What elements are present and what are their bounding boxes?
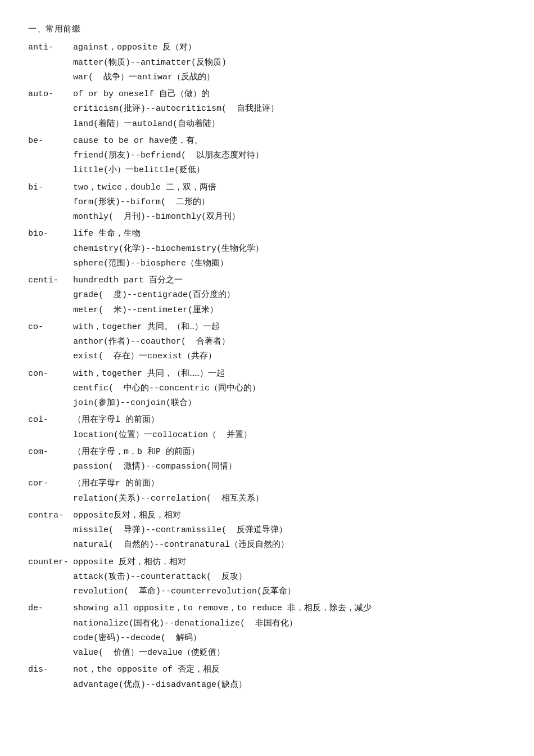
prefix-entry: bio- life 生命，生物chemistry(化学)--biochemist… (28, 227, 506, 271)
prefix-header: be-cause to be or have使，有。 (28, 134, 506, 148)
prefix-meaning: （用在字母l 的前面） (73, 413, 506, 428)
example-line: anthor(作者)--coauthor( 合著者） (73, 335, 506, 349)
prefix-header: con- with，together 共同，（和……）一起 (28, 367, 506, 381)
prefix-meaning: two，twice，double 二，双，两倍 (73, 181, 506, 195)
prefix-header: counter- opposite 反对，相仿，相对 (28, 555, 506, 570)
prefix-examples: form(形状)--biform( 二形的）monthly( 月刊)--bimo… (28, 195, 506, 225)
prefix-examples: advantage(优点)--disadvantage(缺点） (28, 678, 506, 692)
prefix-header: anti-against，opposite 反（对） (28, 40, 506, 55)
prefix-name: con- (28, 367, 73, 381)
example-line: join(参加)--conjoin(联合） (73, 396, 506, 411)
prefix-name: dis- (28, 663, 73, 677)
example-line: friend(朋友)--befriend( 以朋友态度对待） (73, 148, 506, 163)
main-content: 一、常用前缀 anti-against，opposite 反（对）matter(… (28, 22, 506, 692)
prefix-header: de- showing all opposite，to remove，to re… (28, 601, 506, 616)
prefix-examples: friend(朋友)--befriend( 以朋友态度对待）little(小）一… (28, 148, 506, 178)
prefix-examples: nationalize(国有化)--denationalize( 非国有化）co… (28, 616, 506, 661)
prefix-entry: dis- not，the opposite of 否定，相反advantage(… (28, 663, 506, 692)
example-line: war( 战争）一antiwar（反战的） (73, 70, 506, 85)
prefix-examples: anthor(作者)--coauthor( 合著者）exist( 存在）一coe… (28, 335, 506, 364)
prefix-entry: con- with，together 共同，（和……）一起centfic( 中心… (28, 367, 506, 411)
prefix-header: centi- hundredth part 百分之一 (28, 273, 506, 288)
example-line: centfic( 中心的--concentric（同中心的） (73, 381, 506, 396)
prefix-examples: criticism(批评)--autocriticism( 自我批评）land(… (28, 102, 506, 132)
prefix-entry: de- showing all opposite，to remove，to re… (28, 601, 506, 660)
prefix-examples: location(位置）一collocation（ 并置） (28, 428, 506, 443)
prefix-entry: be-cause to be or have使，有。friend(朋友)--be… (28, 134, 506, 178)
prefix-name: com- (28, 445, 73, 460)
prefix-examples: relation(关系)--correlation( 相互关系） (28, 492, 506, 506)
prefix-header: cor- （用在字母r 的前面） (28, 476, 506, 491)
prefix-examples: passion( 激情)--compassion(同情） (28, 460, 506, 474)
prefix-meaning: （用在字母r 的前面） (73, 476, 506, 491)
example-line: passion( 激情)--compassion(同情） (73, 460, 506, 474)
example-line: meter( 米)--centimeter(厘米） (73, 303, 506, 318)
prefix-name: col- (28, 413, 73, 428)
prefix-name: co- (28, 320, 73, 335)
prefix-header: com- （用在字母，m，b 和P 的前面） (28, 445, 506, 460)
example-line: attack(攻击)--counterattack( 反攻） (73, 570, 506, 584)
prefix-meaning: with，together 共同。（和…）一起 (73, 320, 506, 335)
prefix-examples: missile( 导弹)--contramissile( 反弹道导弹）natur… (28, 523, 506, 553)
example-line: revolution( 革命)--counterrevolution(反革命） (73, 584, 506, 599)
prefix-meaning: opposite 反对，相仿，相对 (73, 555, 506, 570)
example-line: location(位置）一collocation（ 并置） (73, 428, 506, 443)
prefix-entry: com- （用在字母，m，b 和P 的前面）passion( 激情)--comp… (28, 445, 506, 475)
prefix-meaning: with，together 共同，（和……）一起 (73, 367, 506, 381)
prefix-name: cor- (28, 476, 73, 491)
prefix-examples: grade( 度)--centigrade(百分度的）meter( 米)--ce… (28, 288, 506, 318)
prefix-entry: anti-against，opposite 反（对）matter(物质)--an… (28, 40, 506, 85)
example-line: advantage(优点)--disadvantage(缺点） (73, 678, 506, 692)
prefix-meaning: against，opposite 反（对） (73, 40, 506, 55)
example-line: chemistry(化学)--biochemistry(生物化学） (73, 242, 506, 256)
prefix-meaning: life 生命，生物 (73, 227, 506, 241)
prefix-header: bi-two，twice，double 二，双，两倍 (28, 181, 506, 195)
example-line: natural( 自然的)--contranatural（违反自然的） (73, 538, 506, 552)
example-line: criticism(批评)--autocriticism( 自我批评） (73, 102, 506, 116)
prefix-header: auto-of or by oneself 自己（做）的 (28, 87, 506, 102)
example-line: little(小）一belittle(贬低） (73, 163, 506, 178)
prefix-entry: centi- hundredth part 百分之一grade( 度)--cen… (28, 273, 506, 318)
prefix-name: contra- (28, 508, 73, 523)
prefix-entry: col- （用在字母l 的前面）location(位置）一collocation… (28, 413, 506, 443)
prefix-header: dis- not，the opposite of 否定，相反 (28, 663, 506, 677)
prefix-name: bio- (28, 227, 73, 241)
prefix-name: auto- (28, 87, 73, 102)
prefix-header: co- with，together 共同。（和…）一起 (28, 320, 506, 335)
prefix-examples: attack(攻击)--counterattack( 反攻）revolution… (28, 570, 506, 600)
prefix-entry: contra- opposite反对，相反，相对missile( 导弹)--co… (28, 508, 506, 553)
prefix-header: contra- opposite反对，相反，相对 (28, 508, 506, 523)
prefix-entry: counter- opposite 反对，相仿，相对attack(攻击)--co… (28, 555, 506, 600)
prefix-meaning: showing all opposite，to remove，to reduce… (73, 601, 506, 616)
example-line: exist( 存在）一coexist（共存） (73, 349, 506, 364)
title-text: 一、常用前缀 (28, 25, 80, 34)
prefix-entry: cor- （用在字母r 的前面）relation(关系)--correlatio… (28, 476, 506, 506)
prefix-examples: centfic( 中心的--concentric（同中心的）join(参加)--… (28, 381, 506, 411)
example-line: relation(关系)--correlation( 相互关系） (73, 492, 506, 506)
example-line: monthly( 月刊)--bimonthly(双月刊） (73, 210, 506, 224)
prefix-name: centi- (28, 273, 73, 288)
prefix-meaning: cause to be or have使，有。 (73, 134, 506, 148)
prefix-name: de- (28, 601, 73, 616)
prefix-meaning: hundredth part 百分之一 (73, 273, 506, 288)
example-line: nationalize(国有化)--denationalize( 非国有化） (73, 616, 506, 631)
prefix-examples: chemistry(化学)--biochemistry(生物化学）sphere(… (28, 242, 506, 272)
prefix-name: counter- (28, 555, 73, 570)
prefix-header: bio- life 生命，生物 (28, 227, 506, 241)
prefix-header: col- （用在字母l 的前面） (28, 413, 506, 428)
prefix-meaning: （用在字母，m，b 和P 的前面） (73, 445, 506, 460)
prefix-meaning: of or by oneself 自己（做）的 (73, 87, 506, 102)
prefix-meaning: opposite反对，相反，相对 (73, 508, 506, 523)
prefix-name: be- (28, 134, 73, 148)
prefix-entry: auto-of or by oneself 自己（做）的criticism(批评… (28, 87, 506, 132)
prefix-examples: matter(物质)--antimatter(反物质)war( 战争）一anti… (28, 56, 506, 86)
entries-container: anti-against，opposite 反（对）matter(物质)--an… (28, 40, 506, 692)
section-title: 一、常用前缀 (28, 22, 506, 37)
prefix-name: anti- (28, 40, 73, 55)
prefix-name: bi- (28, 181, 73, 195)
example-line: form(形状)--biform( 二形的） (73, 195, 506, 210)
example-line: sphere(范围)--biosphere（生物圈） (73, 256, 506, 271)
example-line: grade( 度)--centigrade(百分度的） (73, 288, 506, 303)
prefix-entry: bi-two，twice，double 二，双，两倍form(形状)--bifo… (28, 181, 506, 225)
example-line: value( 价值）一devalue（使贬值） (73, 646, 506, 660)
